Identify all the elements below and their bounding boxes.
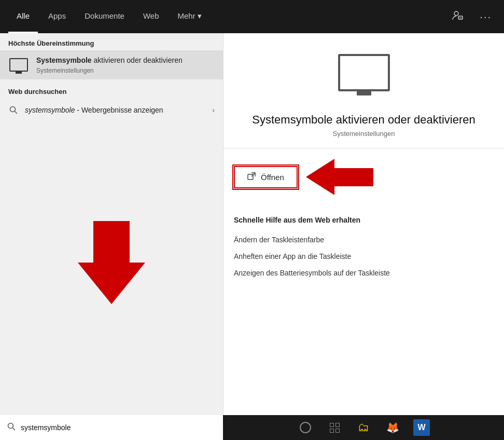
open-btn-container: Öffnen [223,148,504,205]
search-icon [8,105,19,115]
arrow-shaft [93,221,130,263]
open-button[interactable]: Öffnen [234,166,298,188]
web-help-item-3[interactable]: Anzeigen des Batteriesymbols auf der Tas… [234,265,494,281]
result-title: Systemsymbole aktivieren oder deaktivier… [36,56,215,66]
folder-icon: 🗂 [358,421,369,434]
word-icon: W [413,419,430,436]
result-monitor-icon [8,57,29,73]
right-title: Systemsymbole aktivieren oder deaktivier… [252,113,475,127]
web-result-item[interactable]: systemsymbole - Webergebnisse anzeigen › [0,100,223,120]
taskbar-icons-area: 🗂 🦊 W [223,418,504,437]
big-monitor-icon [338,54,390,102]
firefox-button[interactable]: 🦊 [383,418,402,437]
arrow-left-head [306,159,334,195]
arrow-left-annotation [306,159,373,195]
right-top-section: Systemsymbole aktivieren oder deaktivier… [223,33,504,148]
arrow-head [78,263,145,304]
file-explorer-button[interactable]: 🗂 [354,418,373,437]
nav-dokumente[interactable]: Dokumente [76,0,133,33]
taskbar-search-icon [7,422,16,433]
result-text-block: Systemsymbole aktivieren oder deaktivier… [36,56,215,74]
mehr-chevron-icon: ▾ [198,11,202,21]
nav-apps[interactable]: Apps [40,0,74,33]
web-help-section: Schnelle Hilfe aus dem Web erhalten Ände… [223,205,504,292]
cortana-icon [300,422,311,433]
taskbar-search-input[interactable] [21,423,216,432]
web-chevron-icon: › [212,106,215,114]
cortana-button[interactable] [296,418,315,437]
svg-point-3 [10,106,16,112]
top-navigation: Alle Apps Dokumente Web Mehr ▾ ··· [0,0,504,33]
web-help-title: Schnelle Hilfe aus dem Web erhalten [234,216,494,224]
right-panel: Systemsymbole aktivieren oder deaktivier… [223,33,504,415]
top-result-item[interactable]: Systemsymbole aktivieren oder deaktivier… [0,50,223,79]
big-arrow-down [78,221,145,304]
right-subtitle: Systemeinstellungen [333,130,395,138]
nav-web[interactable]: Web [135,0,167,33]
result-subtitle: Systemeinstellungen [36,67,215,74]
feedback-icon[interactable] [447,8,467,26]
taskbar: 🗂 🦊 W [0,415,504,440]
svg-line-4 [15,111,18,114]
left-panel: Höchste Übereinstimmung Systemsymbole ak… [0,33,223,415]
word-button[interactable]: W [412,418,431,437]
web-help-item-1[interactable]: Ändern der Taskleistenfarbe [234,231,494,248]
web-result-text: systemsymbole - Webergebnisse anzeigen [25,106,212,114]
section-header-best-match: Höchste Übereinstimmung [0,33,223,50]
nav-mehr[interactable]: Mehr ▾ [170,0,210,33]
more-options-icon[interactable]: ··· [475,9,496,25]
web-help-item-2[interactable]: Anheften einer App an die Taskleiste [234,248,494,265]
open-external-icon [247,172,256,182]
arrow-down-annotation [0,120,223,415]
open-label: Öffnen [261,173,284,182]
nav-alle[interactable]: Alle [8,0,38,33]
web-section-header: Web durchsuchen [0,79,223,100]
firefox-icon: 🦊 [386,421,399,434]
task-view-icon [330,423,340,433]
main-content: Höchste Übereinstimmung Systemsymbole ak… [0,33,504,415]
svg-line-8 [13,428,16,431]
svg-point-7 [8,423,13,429]
task-view-button[interactable] [325,418,344,437]
arrow-left-shaft [334,168,373,186]
svg-point-0 [454,11,458,16]
taskbar-search-area [0,415,223,440]
